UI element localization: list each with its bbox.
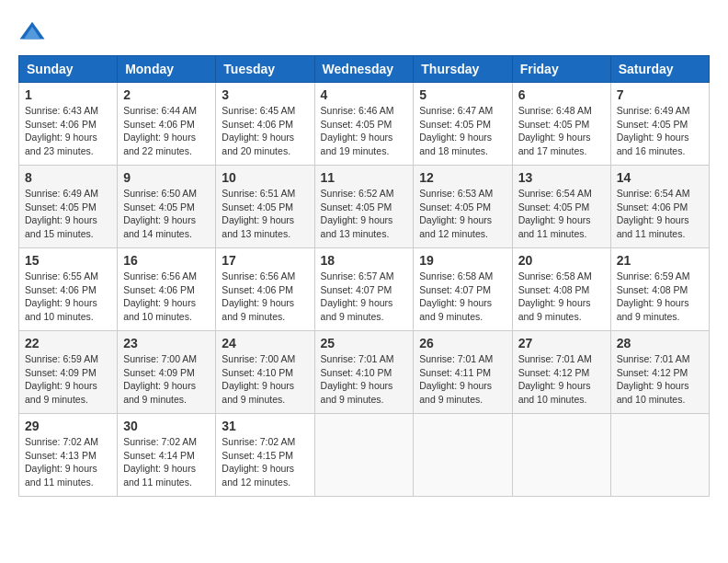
day-info: Sunrise: 6:47 AM Sunset: 4:05 PM Dayligh… xyxy=(419,104,506,158)
calendar-cell: 27 Sunrise: 7:01 AM Sunset: 4:12 PM Dayl… xyxy=(512,331,610,414)
calendar-cell: 25 Sunrise: 7:01 AM Sunset: 4:10 PM Dayl… xyxy=(314,331,414,414)
day-info: Sunrise: 6:44 AM Sunset: 4:06 PM Dayligh… xyxy=(123,104,210,158)
day-number: 10 xyxy=(222,170,308,185)
calendar-week-row: 8 Sunrise: 6:49 AM Sunset: 4:05 PM Dayli… xyxy=(19,166,710,248)
day-info: Sunrise: 7:01 AM Sunset: 4:11 PM Dayligh… xyxy=(419,352,506,407)
page-header xyxy=(18,18,710,46)
calendar-cell: 21 Sunrise: 6:59 AM Sunset: 4:08 PM Dayl… xyxy=(610,248,709,331)
calendar-cell: 5 Sunrise: 6:47 AM Sunset: 4:05 PM Dayli… xyxy=(414,83,512,166)
day-number: 19 xyxy=(419,253,506,268)
calendar-cell: 2 Sunrise: 6:44 AM Sunset: 4:06 PM Dayli… xyxy=(118,83,216,166)
calendar-cell: 15 Sunrise: 6:55 AM Sunset: 4:06 PM Dayl… xyxy=(19,248,118,331)
day-number: 14 xyxy=(617,170,703,185)
day-number: 27 xyxy=(518,336,605,350)
calendar-cell: 1 Sunrise: 6:43 AM Sunset: 4:06 PM Dayli… xyxy=(19,83,118,166)
day-info: Sunrise: 6:51 AM Sunset: 4:05 PM Dayligh… xyxy=(222,187,308,241)
day-number: 12 xyxy=(419,170,506,185)
calendar-cell: 16 Sunrise: 6:56 AM Sunset: 4:06 PM Dayl… xyxy=(118,248,216,331)
calendar-cell: 19 Sunrise: 6:58 AM Sunset: 4:07 PM Dayl… xyxy=(414,248,512,331)
day-number: 3 xyxy=(222,87,308,102)
day-info: Sunrise: 6:54 AM Sunset: 4:05 PM Dayligh… xyxy=(518,187,605,241)
calendar-cell: 23 Sunrise: 7:00 AM Sunset: 4:09 PM Dayl… xyxy=(118,331,216,414)
day-info: Sunrise: 7:02 AM Sunset: 4:15 PM Dayligh… xyxy=(222,435,308,489)
day-info: Sunrise: 7:00 AM Sunset: 4:10 PM Dayligh… xyxy=(222,352,308,407)
day-info: Sunrise: 6:56 AM Sunset: 4:06 PM Dayligh… xyxy=(123,270,210,324)
day-number: 30 xyxy=(123,419,210,433)
header-wednesday: Wednesday xyxy=(314,56,414,83)
day-info: Sunrise: 6:59 AM Sunset: 4:09 PM Dayligh… xyxy=(25,352,111,407)
day-info: Sunrise: 6:46 AM Sunset: 4:05 PM Dayligh… xyxy=(321,104,408,158)
day-info: Sunrise: 6:56 AM Sunset: 4:06 PM Dayligh… xyxy=(222,270,308,324)
calendar-cell: 24 Sunrise: 7:00 AM Sunset: 4:10 PM Dayl… xyxy=(216,331,314,414)
header-friday: Friday xyxy=(512,56,610,83)
calendar-cell: 29 Sunrise: 7:02 AM Sunset: 4:13 PM Dayl… xyxy=(19,414,118,497)
day-info: Sunrise: 6:58 AM Sunset: 4:08 PM Dayligh… xyxy=(518,270,605,324)
calendar-table: SundayMondayTuesdayWednesdayThursdayFrid… xyxy=(18,55,710,497)
day-info: Sunrise: 6:57 AM Sunset: 4:07 PM Dayligh… xyxy=(321,270,408,324)
day-info: Sunrise: 7:01 AM Sunset: 4:10 PM Dayligh… xyxy=(321,352,408,407)
day-number: 8 xyxy=(25,170,111,185)
day-number: 24 xyxy=(222,336,308,350)
day-info: Sunrise: 7:01 AM Sunset: 4:12 PM Dayligh… xyxy=(617,352,703,407)
day-number: 9 xyxy=(123,170,210,185)
calendar-cell: 30 Sunrise: 7:02 AM Sunset: 4:14 PM Dayl… xyxy=(118,414,216,497)
day-info: Sunrise: 6:45 AM Sunset: 4:06 PM Dayligh… xyxy=(222,104,308,158)
day-info: Sunrise: 6:49 AM Sunset: 4:05 PM Dayligh… xyxy=(25,187,111,241)
day-number: 18 xyxy=(321,253,408,268)
day-info: Sunrise: 7:02 AM Sunset: 4:14 PM Dayligh… xyxy=(123,435,210,489)
day-number: 13 xyxy=(518,170,605,185)
calendar-cell: 26 Sunrise: 7:01 AM Sunset: 4:11 PM Dayl… xyxy=(414,331,512,414)
calendar-cell: 8 Sunrise: 6:49 AM Sunset: 4:05 PM Dayli… xyxy=(19,166,118,248)
day-number: 21 xyxy=(617,253,703,268)
header-saturday: Saturday xyxy=(610,56,709,83)
calendar-cell: 14 Sunrise: 6:54 AM Sunset: 4:06 PM Dayl… xyxy=(610,166,709,248)
day-number: 17 xyxy=(222,253,308,268)
day-info: Sunrise: 6:50 AM Sunset: 4:05 PM Dayligh… xyxy=(123,187,210,241)
header-sunday: Sunday xyxy=(19,56,118,83)
calendar-week-row: 1 Sunrise: 6:43 AM Sunset: 4:06 PM Dayli… xyxy=(19,83,710,166)
day-info: Sunrise: 6:55 AM Sunset: 4:06 PM Dayligh… xyxy=(25,270,111,324)
calendar-cell xyxy=(610,414,709,497)
calendar-cell xyxy=(314,414,414,497)
day-info: Sunrise: 6:59 AM Sunset: 4:08 PM Dayligh… xyxy=(617,270,703,324)
day-number: 31 xyxy=(222,419,308,433)
day-number: 4 xyxy=(321,87,408,102)
day-number: 26 xyxy=(419,336,506,350)
day-info: Sunrise: 7:02 AM Sunset: 4:13 PM Dayligh… xyxy=(25,435,111,489)
day-info: Sunrise: 7:01 AM Sunset: 4:12 PM Dayligh… xyxy=(518,352,605,407)
day-number: 22 xyxy=(25,336,111,350)
calendar-cell: 7 Sunrise: 6:49 AM Sunset: 4:05 PM Dayli… xyxy=(610,83,709,166)
calendar-week-row: 15 Sunrise: 6:55 AM Sunset: 4:06 PM Dayl… xyxy=(19,248,710,331)
day-info: Sunrise: 6:48 AM Sunset: 4:05 PM Dayligh… xyxy=(518,104,605,158)
header-thursday: Thursday xyxy=(414,56,512,83)
day-number: 16 xyxy=(123,253,210,268)
day-info: Sunrise: 6:54 AM Sunset: 4:06 PM Dayligh… xyxy=(617,187,703,241)
header-monday: Monday xyxy=(118,56,216,83)
day-number: 7 xyxy=(617,87,703,102)
day-number: 5 xyxy=(419,87,506,102)
day-info: Sunrise: 6:52 AM Sunset: 4:05 PM Dayligh… xyxy=(321,187,408,241)
calendar-cell xyxy=(414,414,512,497)
day-number: 2 xyxy=(123,87,210,102)
day-number: 29 xyxy=(25,419,111,433)
day-number: 23 xyxy=(123,336,210,350)
calendar-cell: 9 Sunrise: 6:50 AM Sunset: 4:05 PM Dayli… xyxy=(118,166,216,248)
day-number: 6 xyxy=(518,87,605,102)
day-info: Sunrise: 6:49 AM Sunset: 4:05 PM Dayligh… xyxy=(617,104,703,158)
calendar-cell: 4 Sunrise: 6:46 AM Sunset: 4:05 PM Dayli… xyxy=(314,83,414,166)
calendar-header-row: SundayMondayTuesdayWednesdayThursdayFrid… xyxy=(19,56,710,83)
logo xyxy=(18,18,50,46)
calendar-cell: 17 Sunrise: 6:56 AM Sunset: 4:06 PM Dayl… xyxy=(216,248,314,331)
day-info: Sunrise: 7:00 AM Sunset: 4:09 PM Dayligh… xyxy=(123,352,210,407)
calendar-cell: 11 Sunrise: 6:52 AM Sunset: 4:05 PM Dayl… xyxy=(314,166,414,248)
header-tuesday: Tuesday xyxy=(216,56,314,83)
day-number: 20 xyxy=(518,253,605,268)
day-info: Sunrise: 6:58 AM Sunset: 4:07 PM Dayligh… xyxy=(419,270,506,324)
calendar-week-row: 29 Sunrise: 7:02 AM Sunset: 4:13 PM Dayl… xyxy=(19,414,710,497)
day-number: 15 xyxy=(25,253,111,268)
calendar-cell: 3 Sunrise: 6:45 AM Sunset: 4:06 PM Dayli… xyxy=(216,83,314,166)
calendar-cell: 12 Sunrise: 6:53 AM Sunset: 4:05 PM Dayl… xyxy=(414,166,512,248)
calendar-cell: 28 Sunrise: 7:01 AM Sunset: 4:12 PM Dayl… xyxy=(610,331,709,414)
calendar-cell: 20 Sunrise: 6:58 AM Sunset: 4:08 PM Dayl… xyxy=(512,248,610,331)
day-number: 1 xyxy=(25,87,111,102)
